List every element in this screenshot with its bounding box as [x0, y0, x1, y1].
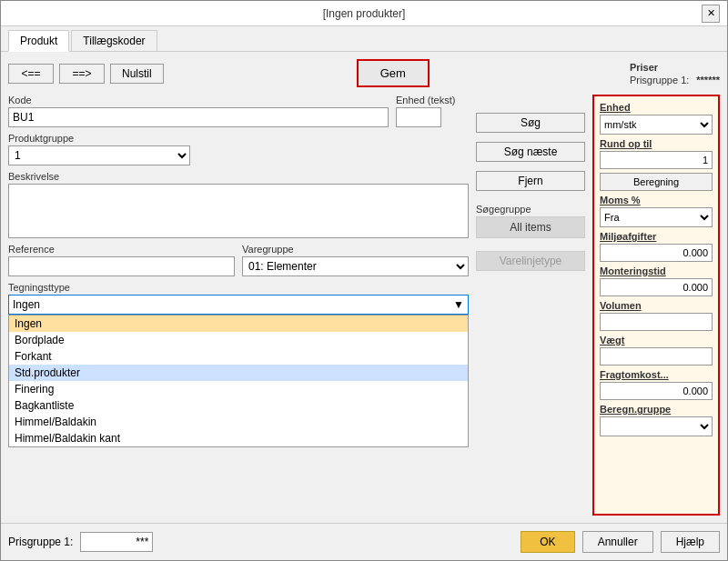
moms-group: Moms % Fra Til	[600, 195, 713, 227]
sogegruppe-label: Søgegruppe	[476, 204, 585, 215]
varegruppe-group: Varegruppe 01: Elementer	[242, 244, 469, 276]
right-panel: Enhed mm/stk stk m m2 Rund op til Beregn	[592, 95, 720, 516]
main-window: [Ingen produkter] ✕ Produkt Tillægskoder…	[0, 0, 728, 561]
price-row-1: Prisgruppe 1: ******	[630, 75, 720, 85]
volumen-input[interactable]	[600, 313, 713, 331]
annuller-button[interactable]: Annuller	[582, 531, 653, 553]
main-content: <== ==> Nulstil Gem Priser Prisgruppe 1:…	[1, 52, 727, 523]
window-title: [Ingen produkter]	[26, 7, 702, 20]
dropdown-item-bordplade[interactable]: Bordplade	[9, 332, 468, 348]
tegntype-selected: Ingen	[13, 298, 453, 311]
volumen-group: Volumen	[600, 300, 713, 331]
vaegt-input[interactable]	[600, 347, 713, 366]
kode-input[interactable]	[8, 107, 389, 127]
enhed-select[interactable]: mm/stk stk m m2	[600, 115, 713, 135]
enhed-group: Enhed mm/stk stk m m2	[600, 102, 713, 135]
tegntype-label: Tegningsttype	[8, 282, 469, 293]
tab-produkt[interactable]: Produkt	[8, 30, 69, 52]
nav-left-button[interactable]: <==	[8, 64, 54, 84]
tab-bar: Produkt Tillægskoder	[1, 26, 727, 52]
mid-panel: Søg Søg næste Fjern Søgegruppe Varelinje…	[476, 95, 585, 516]
beregn-gruppe-label: Beregn.gruppe	[600, 404, 713, 415]
produktgruppe-group: Produktgruppe 1	[8, 133, 469, 165]
bottom-prisgruppe-input[interactable]	[80, 532, 153, 552]
beskrivelse-group: Beskrivelse	[8, 171, 469, 238]
rund-op-input[interactable]	[600, 151, 713, 169]
bottom-bar: Prisgruppe 1: OK Annuller Hjælp	[1, 523, 727, 560]
sogegruppe-input[interactable]	[476, 216, 585, 238]
beskrivelse-input[interactable]	[8, 184, 469, 238]
produktgruppe-label: Produktgruppe	[8, 133, 469, 144]
fjern-button[interactable]: Fjern	[476, 171, 585, 191]
fragt-group: Fragtomkost...	[600, 369, 713, 400]
monteringstid-group: Monteringstid	[600, 265, 713, 296]
form-area: Kode Enhed (tekst) Produktgruppe 1	[8, 95, 720, 516]
varegruppe-label: Varegruppe	[242, 244, 469, 255]
varegruppe-select[interactable]: 01: Elementer	[242, 256, 469, 276]
dropdown-item-himmel[interactable]: Himmel/Baldakin	[9, 414, 468, 430]
title-bar: [Ingen produkter] ✕	[1, 1, 727, 26]
dropdown-item-bagkantliste[interactable]: Bagkantliste	[9, 397, 468, 414]
beskrivelse-label: Beskrivelse	[8, 171, 469, 182]
vaegt-group: Vægt	[600, 335, 713, 366]
enhed-right-label: Enhed	[600, 102, 713, 113]
enhed-tekst-group: Enhed (tekst)	[396, 95, 469, 127]
prices-section: Priser Prisgruppe 1: ******	[630, 62, 720, 85]
soeg-button[interactable]: Søg	[476, 113, 585, 133]
reference-input[interactable]	[8, 256, 235, 276]
soeg-naeste-button[interactable]: Søg næste	[476, 142, 585, 162]
left-panel: Kode Enhed (tekst) Produktgruppe 1	[8, 95, 469, 516]
varelinetype-button[interactable]: Varelinjetype	[476, 251, 585, 271]
miljo-group: Miljøafgifter	[600, 231, 713, 262]
tab-tillaegskoder[interactable]: Tillægskoder	[71, 30, 157, 51]
hjaelp-button[interactable]: Hjælp	[661, 531, 720, 553]
tegntype-arrow-icon[interactable]: ▼	[453, 298, 464, 311]
tegntype-group: Tegningsttype Ingen ▼ Ingen Bordplade Fo…	[8, 282, 469, 315]
moms-select[interactable]: Fra Til	[600, 207, 713, 227]
sogegruppe-group: Søgegruppe	[476, 204, 585, 238]
enhed-tekst-label: Enhed (tekst)	[396, 95, 469, 105]
moms-label: Moms %	[600, 195, 713, 205]
volumen-label: Volumen	[600, 300, 713, 311]
ok-button[interactable]: OK	[521, 531, 574, 553]
dropdown-item-forkant[interactable]: Forkant	[9, 348, 468, 365]
dropdown-item-himmelkant[interactable]: Himmel/Baldakin kant	[9, 430, 468, 446]
produktgruppe-select[interactable]: 1	[8, 145, 190, 165]
miljo-input[interactable]	[600, 244, 713, 262]
bottom-price-row: Prisgruppe 1:	[8, 532, 153, 552]
miljo-label: Miljøafgifter	[600, 231, 713, 242]
tegntype-dropdown-list: Ingen Bordplade Forkant Std.produkter Fi…	[8, 315, 469, 447]
dropdown-item-finering[interactable]: Finering	[9, 381, 468, 397]
tegntype-dropdown: Ingen ▼ Ingen Bordplade Forkant Std.prod…	[8, 295, 469, 315]
fragt-label: Fragtomkost...	[600, 369, 713, 380]
dropdown-item-stdprodukter[interactable]: Std.produkter	[9, 365, 468, 381]
close-button[interactable]: ✕	[702, 5, 720, 23]
reference-group: Reference	[8, 244, 235, 276]
reference-varegruppe-row: Reference Varegruppe 01: Elementer	[8, 244, 469, 276]
nav-right-button[interactable]: ==>	[59, 64, 105, 84]
toolbar: <== ==> Nulstil Gem Priser Prisgruppe 1:…	[8, 59, 720, 87]
kode-group: Kode	[8, 95, 389, 127]
dropdown-item-ingen[interactable]: Ingen	[9, 316, 468, 332]
prisgruppe-label: Prisgruppe 1:	[630, 75, 689, 85]
vaegt-label: Vægt	[600, 335, 713, 346]
rund-op-group: Rund op til	[600, 138, 713, 169]
reset-button[interactable]: Nulstil	[110, 64, 164, 84]
save-button[interactable]: Gem	[357, 59, 430, 87]
rund-op-label: Rund op til	[600, 138, 713, 149]
beregn-gruppe-group: Beregn.gruppe	[600, 404, 713, 436]
enhed-select-row: mm/stk stk m m2	[600, 115, 713, 135]
prisgruppe-value: ******	[696, 75, 720, 85]
prices-label: Priser	[630, 62, 720, 73]
monteringstid-label: Monteringstid	[600, 265, 713, 276]
bottom-buttons: OK Annuller Hjælp	[521, 531, 720, 553]
fragt-input[interactable]	[600, 382, 713, 400]
kode-label: Kode	[8, 95, 389, 105]
kode-enhed-row: Kode Enhed (tekst)	[8, 95, 469, 127]
reference-label: Reference	[8, 244, 235, 255]
beregn-gruppe-select[interactable]	[600, 416, 713, 436]
beregning-button[interactable]: Beregning	[600, 173, 713, 191]
monteringstid-input[interactable]	[600, 278, 713, 296]
enhed-tekst-input[interactable]	[396, 107, 441, 127]
bottom-prisgruppe-label: Prisgruppe 1:	[8, 536, 73, 548]
